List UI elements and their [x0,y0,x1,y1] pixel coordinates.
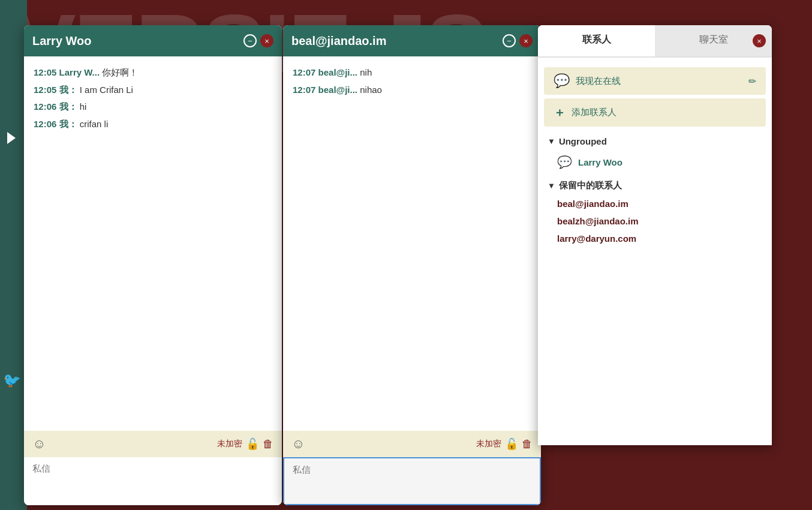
add-contact-label: 添加联系人 [572,107,616,118]
smiley-icon-2[interactable]: ☺ [291,436,305,452]
add-icon: ＋ [554,104,566,121]
add-contact-row[interactable]: ＋ 添加联系人 [544,98,766,127]
panel-header: 联系人 聊天室 × [538,25,772,58]
chat-input-area-2[interactable] [283,457,541,505]
msg-text: nihao [360,85,382,95]
table-row: 12:07 beal@ji... nih [293,66,531,80]
status-text: 我现在在线 [576,76,621,87]
chat-toolbar-1: ☺ 未加密 🔓 🗑 [24,431,282,457]
trash-icon-2[interactable]: 🗑 [522,438,533,451]
bubble-icon: 💬 [554,73,570,89]
msg-sender: beal@ji... [318,85,357,95]
msg-time: 12:07 [293,67,318,77]
msg-time: 12:06 [34,119,59,129]
contact-item-bealzh[interactable]: bealzh@jiandao.im [538,212,772,230]
chat-controls-2: − × [503,34,533,47]
chat-input-2[interactable] [293,464,531,495]
close-button-2[interactable]: × [519,34,533,47]
chat-header-2: beal@jiandao.im − × [283,25,541,56]
table-row: 12:07 beal@ji... nihao [293,83,531,97]
lock-icon-1[interactable]: 🔓 [246,437,259,451]
encrypt-label-2: 未加密 [476,439,501,449]
msg-time: 12:07 [293,85,318,95]
chat-header-1: Larry Woo − × [24,25,282,56]
chat-toolbar-2: ☺ 未加密 🔓 🗑 [283,431,541,457]
group-header-ungrouped: ▼ Ungrouped [538,130,772,150]
group-name-pending: 保留中的联系人 [559,180,622,191]
smiley-icon-1[interactable]: ☺ [32,436,46,452]
msg-sender: Larry W... [59,67,100,77]
contact-item-larry-daryun[interactable]: larry@daryun.com [538,230,772,247]
table-row: 12:05 我： I am Crifan Li [34,83,272,97]
chat-body-2: 12:07 beal@ji... nih 12:07 beal@ji... ni… [283,56,541,431]
minimize-button-1[interactable]: − [243,34,257,47]
twitter-bird-icon: 🐦 [3,372,21,389]
chat-input-1[interactable] [32,463,273,494]
msg-time: 12:05 [34,67,59,77]
msg-sender: 我： [59,119,77,129]
toolbar-right-1: 未加密 🔓 🗑 [217,437,273,451]
msg-sender: 我： [59,101,77,112]
msg-text: crifan li [80,119,109,129]
status-row: 💬 我现在在线 ✏ [544,67,766,95]
msg-text: I am Crifan Li [80,85,133,95]
encrypt-label-1: 未加密 [217,439,242,449]
left-arrow-icon [7,132,16,144]
contact-bubble-icon: 💬 [557,155,572,169]
table-row: 12:06 我： hi [34,100,272,114]
chat-window-larry-woo: Larry Woo − × 12:05 Larry W... 你好啊！ 12:0… [24,25,282,505]
chat-window-beal: beal@jiandao.im − × 12:07 beal@ji... nih… [283,25,541,505]
minimize-button-2[interactable]: − [503,34,516,47]
lock-icon-2[interactable]: 🔓 [505,437,518,451]
msg-sender: 我： [59,85,77,95]
table-row: 12:06 我： crifan li [34,118,272,131]
chat-title-1: Larry Woo [32,34,92,48]
contact-name-larry-woo: Larry Woo [578,157,622,167]
msg-text: hi [80,101,87,112]
chat-body-1: 12:05 Larry W... 你好啊！ 12:05 我： I am Crif… [24,56,282,431]
toolbar-left-2: ☺ [291,436,305,452]
panel-close-button[interactable]: × [753,34,766,47]
group-arrow-pending: ▼ [548,181,555,190]
tab-contacts[interactable]: 联系人 [538,25,655,56]
msg-text: nih [360,67,372,77]
msg-time: 12:06 [34,101,59,112]
chat-title-2: beal@jiandao.im [291,34,386,48]
contact-panel: 联系人 聊天室 × 💬 我现在在线 ✏ ＋ 添加联系人 ▼ Ungrouped … [538,25,772,445]
msg-time: 12:05 [34,85,59,95]
toolbar-left-1: ☺ [32,436,46,452]
table-row: 12:05 Larry W... 你好啊！ [34,66,272,80]
group-header-pending: ▼ 保留中的联系人 [538,174,772,195]
status-left: 💬 我现在在线 [554,73,621,89]
toolbar-right-2: 未加密 🔓 🗑 [476,437,533,451]
trash-icon-1[interactable]: 🗑 [263,438,273,451]
panel-body: 💬 我现在在线 ✏ ＋ 添加联系人 ▼ Ungrouped 💬 Larry Wo… [538,58,772,445]
close-button-1[interactable]: × [260,34,273,47]
msg-sender: beal@ji... [318,67,357,77]
msg-text: 你好啊！ [102,67,138,77]
group-name-ungrouped: Ungrouped [559,136,607,146]
left-sidebar [0,0,27,510]
contact-item-larry-woo[interactable]: 💬 Larry Woo [538,150,772,174]
chat-input-area-1[interactable] [24,457,282,505]
group-arrow-ungrouped: ▼ [548,137,555,146]
contact-item-beal[interactable]: beal@jiandao.im [538,195,772,212]
chat-controls-1: − × [243,34,273,47]
edit-icon[interactable]: ✏ [748,76,756,87]
